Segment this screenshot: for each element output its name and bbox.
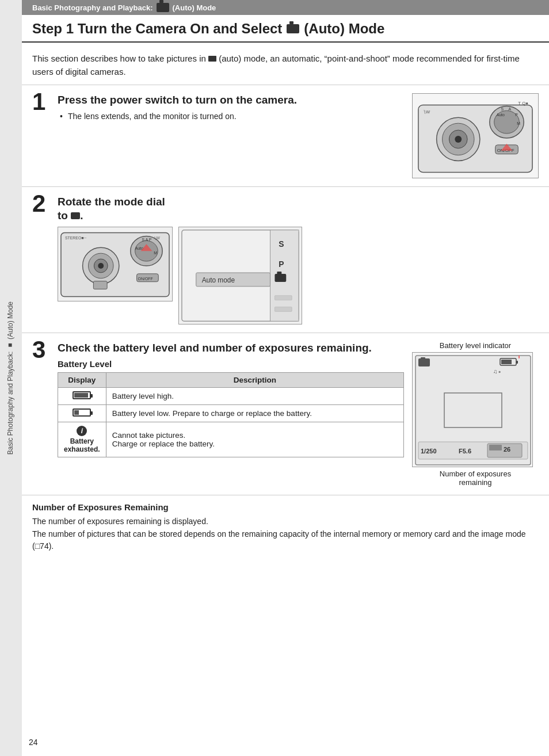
svg-point-21 xyxy=(98,263,104,269)
step-1-with-image: Press the power switch to turn on the ca… xyxy=(58,93,539,178)
step-3-row: 3 Check the battery level and number of … xyxy=(32,341,539,487)
svg-text:S A P: S A P xyxy=(142,238,152,242)
exposures-heading: Number of Exposures Remaining xyxy=(32,502,539,512)
svg-rect-40 xyxy=(277,272,281,274)
svg-rect-48 xyxy=(516,361,518,364)
header-auto-mode: (Auto) Mode xyxy=(173,3,216,12)
step-1-content: Press the power switch to turn on the ca… xyxy=(58,93,539,178)
page-title-camera-icon xyxy=(287,24,299,33)
svg-text:A: A xyxy=(508,107,511,111)
table-row: i Batteryexhausted. Cannot take pictures… xyxy=(58,422,404,457)
svg-text:Auto: Auto xyxy=(497,113,505,117)
battery-display-exhausted: i Batteryexhausted. xyxy=(58,422,106,457)
step-2-number: 2 xyxy=(32,192,58,324)
header-camera-icon xyxy=(157,3,169,12)
step-1-number: 1 xyxy=(32,90,58,178)
step-3-section: 3 Check the battery level and number of … xyxy=(22,333,549,495)
header-bar: Basic Photography and Playback: (Auto) M… xyxy=(22,0,549,15)
step-1-section: 1 Press the power switch to turn on the … xyxy=(22,85,549,187)
table-row: Battery level low. Prepare to charge or … xyxy=(58,404,404,422)
step-2-auto-mode-diagram: S P Auto mode xyxy=(178,227,302,324)
step-1-image: S A P M Auto ON/OFF ∖W T Q● xyxy=(412,93,539,178)
battery-desc-low: Battery level low. Prepare to charge or … xyxy=(106,404,403,422)
step-2-mode-svg: S A P Auto M STEREO■⋅⋅ ∖W ON/OFF xyxy=(58,227,172,301)
battery-indicator-svg: ♫∘ 1/250 F5.6 xyxy=(413,353,533,467)
page-title-text: Step 1 Turn the Camera On and Select xyxy=(32,21,282,37)
step-3-heading: Check the battery level and number of ex… xyxy=(58,341,404,356)
step-1-bullet: The lens extends, and the monitor is tur… xyxy=(58,110,405,123)
battery-table-header-description: Description xyxy=(106,372,403,387)
battery-icon-low xyxy=(73,408,91,417)
svg-point-4 xyxy=(455,136,462,143)
svg-text:∖W: ∖W xyxy=(154,236,160,240)
exposures-paragraph-1: The number of exposures remaining is dis… xyxy=(32,516,539,553)
step-3-right: Battery level indicator xyxy=(412,341,539,487)
table-row: Battery level high. xyxy=(58,387,404,404)
svg-rect-31 xyxy=(93,281,107,289)
battery-desc-high: Battery level high. xyxy=(106,387,403,404)
svg-text:STEREO■⋅⋅: STEREO■⋅⋅ xyxy=(65,236,86,240)
step-2-heading: Rotate the mode dialto . xyxy=(58,195,539,223)
step-1-camera-diagram: S A P M Auto ON/OFF ∖W T Q● xyxy=(412,93,539,178)
step-1-camera-svg: S A P M Auto ON/OFF ∖W T Q● xyxy=(413,93,538,178)
exposures-paragraph-2: The number of pictures that can be store… xyxy=(32,529,526,551)
svg-rect-41 xyxy=(274,296,292,300)
intro-paragraph: This section describes how to take pictu… xyxy=(32,54,520,77)
battery-desc-exhausted: Cannot take pictures.Charge or replace t… xyxy=(106,422,403,457)
svg-text:Auto mode: Auto mode xyxy=(202,276,235,284)
battery-indicator-label: Battery level indicator xyxy=(412,341,539,350)
svg-text:S: S xyxy=(279,239,284,249)
battery-level-label: Battery Level xyxy=(58,359,404,369)
page-title-auto-mode: (Auto) Mode xyxy=(304,21,384,37)
svg-text:ON/OFF: ON/OFF xyxy=(138,277,153,281)
battery-display-low xyxy=(58,404,106,422)
svg-rect-42 xyxy=(274,307,292,311)
battery-indicator-diagram: ♫∘ 1/250 F5.6 xyxy=(412,352,533,467)
battery-table-header-display: Display xyxy=(58,372,106,387)
step-3-left: Check the battery level and number of ex… xyxy=(58,341,404,487)
step-2-images-row: S A P Auto M STEREO■⋅⋅ ∖W ON/OFF xyxy=(58,227,539,324)
svg-rect-44 xyxy=(418,358,430,366)
step-2-mode-diagram: S A P Auto M STEREO■⋅⋅ ∖W ON/OFF xyxy=(58,227,173,301)
header-text: Basic Photography and Playback: xyxy=(32,3,153,12)
info-icon: i xyxy=(77,426,87,436)
main-content: Basic Photography and Playback: (Auto) M… xyxy=(22,0,549,560)
svg-rect-39 xyxy=(274,274,286,282)
step-2-row: 2 Rotate the mode dialto . xyxy=(32,195,539,324)
step-2-automode-svg: S P Auto mode xyxy=(179,227,302,324)
svg-rect-55 xyxy=(489,445,502,450)
page-title: Step 1 Turn the Camera On and Select (Au… xyxy=(32,21,539,37)
exposures-label: Number of exposuresremaining xyxy=(412,469,539,487)
svg-text:S: S xyxy=(501,107,504,111)
exposures-section: Number of Exposures Remaining The number… xyxy=(22,495,549,560)
step-1-row: 1 Press the power switch to turn on the … xyxy=(32,93,539,178)
svg-text:T Q●: T Q● xyxy=(518,101,528,106)
svg-text:♫∘: ♫∘ xyxy=(493,368,501,375)
page-number: 24 xyxy=(29,738,38,747)
step-3-content: Check the battery level and number of ex… xyxy=(58,341,539,487)
step-2-content: Rotate the mode dialto . xyxy=(58,195,539,324)
battery-display-high xyxy=(58,387,106,404)
svg-text:P: P xyxy=(515,113,518,117)
step-3-inner: Check the battery level and number of ex… xyxy=(58,341,539,487)
battery-exhausted-label: Batteryexhausted. xyxy=(64,437,100,453)
step-1-heading: Press the power switch to turn on the ca… xyxy=(58,93,405,108)
svg-text:M: M xyxy=(517,121,520,125)
sidebar: Basic Photography and Playback: ■ (Auto)… xyxy=(0,0,22,756)
battery-exhausted-cell: i Batteryexhausted. xyxy=(64,426,100,453)
battery-icon-high xyxy=(73,391,91,399)
step-2-section: 2 Rotate the mode dialto . xyxy=(22,187,549,333)
svg-text:1/250: 1/250 xyxy=(421,448,437,455)
step-3-number: 3 xyxy=(32,338,58,487)
svg-rect-47 xyxy=(501,360,512,364)
svg-text:M: M xyxy=(154,251,157,255)
sidebar-label: Basic Photography and Playback: ■ (Auto)… xyxy=(6,301,16,455)
svg-text:P: P xyxy=(279,259,284,269)
intro-text: This section describes how to take pictu… xyxy=(22,43,549,85)
svg-text:∖W: ∖W xyxy=(423,109,430,114)
battery-table: Display Description Battery level high. xyxy=(58,372,404,457)
svg-rect-45 xyxy=(421,357,425,360)
svg-text:26: 26 xyxy=(504,446,510,453)
step-1-left: Press the power switch to turn on the ca… xyxy=(58,93,405,123)
svg-text:F5.6: F5.6 xyxy=(459,448,471,455)
